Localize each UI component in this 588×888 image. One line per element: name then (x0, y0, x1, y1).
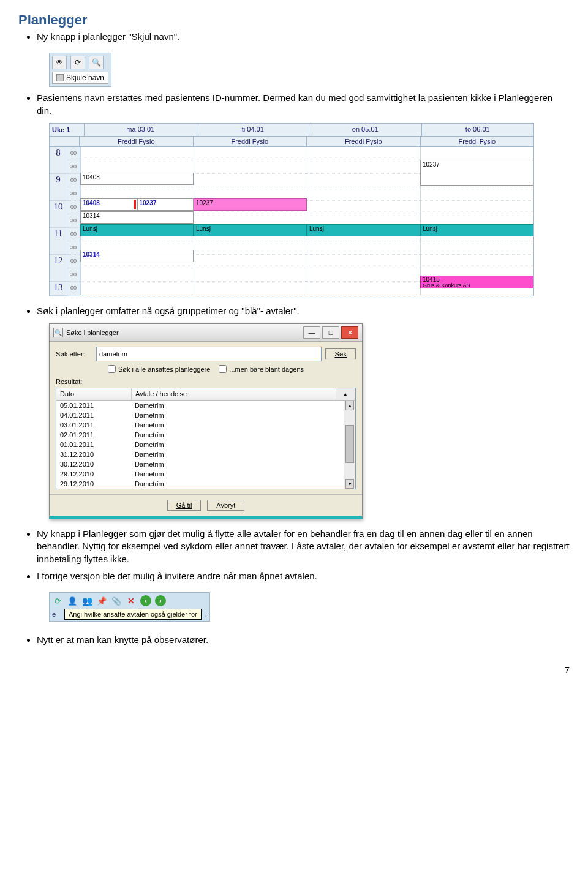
appt-10408-mon-10[interactable]: 10408 (80, 198, 137, 211)
chk-only-today[interactable]: ...men bare blant dagens (219, 365, 304, 373)
hour-8: 8 (50, 147, 67, 174)
cell-avtale: Dametrim (131, 440, 344, 450)
nav-forward-icon[interactable]: › (155, 595, 166, 606)
minimize-button[interactable]: — (303, 326, 320, 339)
cell-dato: 04.01.2011 (56, 410, 131, 420)
col-header-dato[interactable]: Dato (56, 388, 132, 400)
appt-10408-mon-9[interactable]: 10408 (80, 173, 194, 185)
day-col-2: on 05.01 (309, 124, 421, 136)
table-row[interactable]: 29.12.2010Dametrim (56, 479, 344, 489)
mini-toolbar: 👁 ⟳ 🔍 Skjule navn (49, 53, 111, 87)
cancel-button[interactable]: Avbryt (207, 500, 244, 511)
chk-all-employees[interactable]: Søk i alle ansattes planleggere (108, 365, 210, 373)
appt-lunch-1[interactable]: Lunsj (194, 224, 307, 236)
scroll-thumb[interactable] (345, 425, 354, 463)
min: 30 (67, 160, 80, 174)
table-row[interactable]: 01.01.2011Dametrim (56, 440, 344, 450)
goto-button[interactable]: Gå til (167, 500, 202, 511)
hour-11: 11 (50, 228, 67, 255)
min: 30 (67, 187, 80, 201)
result-table: Dato Avtale / hendelse ▴ 05.01.2011Damet… (56, 388, 356, 489)
cell-dato: 31.12.2010 (56, 450, 131, 459)
min: 00 (67, 201, 80, 214)
user-icon[interactable]: 👤 (67, 595, 78, 606)
cell-dato: 30.12.2010 (56, 459, 131, 469)
zoom-icon[interactable]: 🔍 (89, 56, 104, 69)
square-icon (56, 74, 64, 81)
table-row[interactable]: 31.12.2010Dametrim (56, 450, 344, 459)
appt-lunch-2[interactable]: Lunsj (307, 224, 420, 236)
cell-dato: 05.01.2011 (56, 401, 131, 410)
col-header-avtale[interactable]: Avtale / hendelse (132, 388, 336, 400)
scroll-up-icon[interactable]: ▴ (336, 388, 355, 400)
table-row[interactable]: 03.01.2011Dametrim (56, 420, 344, 430)
scrollbar[interactable]: ▴ ▾ (344, 401, 355, 489)
hour-9: 9 (50, 174, 67, 201)
appt-10237-mon-10[interactable]: 10237 (137, 198, 194, 211)
nav-back-icon[interactable]: ‹ (140, 595, 151, 606)
page-number: 7 (18, 664, 570, 675)
clip-icon[interactable]: 📎 (111, 595, 122, 606)
appt-10237-tue[interactable]: 10237 (194, 198, 307, 211)
week-label: Uke 1 (50, 124, 84, 136)
therapist-0: Freddi Fysio (79, 137, 193, 146)
e-label: e (52, 611, 61, 618)
search-input[interactable] (96, 347, 322, 361)
appt-label-sub: Grus & Konkurs AS (423, 282, 470, 288)
hide-name-label: Skjule navn (66, 73, 104, 82)
refresh-icon[interactable]: ⟳ (70, 56, 85, 69)
appt-label: 10408 (83, 200, 100, 206)
table-row[interactable]: 04.01.2011Dametrim (56, 410, 344, 420)
scroll-up[interactable]: ▴ (345, 401, 354, 410)
bullet-5: I forrige versjon ble det mulig å invite… (37, 570, 570, 582)
appt-10415[interactable]: 10415 Grus & Konkurs AS (420, 276, 533, 288)
appt-label: 10314 (83, 251, 100, 258)
cell-avtale: Dametrim (131, 469, 344, 479)
period: . (205, 611, 207, 618)
cell-avtale: Dametrim (131, 410, 344, 420)
hour-12: 12 (50, 255, 67, 282)
bullet-1: Ny knapp i planlegger "Skjul navn". (37, 31, 570, 43)
appt-10237-thu[interactable]: 10237 (420, 160, 533, 186)
delete-icon[interactable]: ✕ (126, 595, 137, 606)
maximize-button[interactable]: □ (322, 326, 339, 339)
result-label: Resultat: (56, 378, 356, 385)
refresh-icon[interactable]: ⟳ (52, 595, 63, 606)
min: 30 (67, 268, 80, 282)
cell-dato: 29.12.2010 (56, 479, 131, 489)
chk-only-today-box[interactable] (219, 365, 227, 373)
cell-dato: 01.01.2011 (56, 440, 131, 450)
appt-lunch-3[interactable]: Lunsj (420, 224, 533, 236)
table-row[interactable]: 29.12.2010Dametrim (56, 469, 344, 479)
eye-icon[interactable]: 👁 (52, 56, 67, 69)
cell-avtale: Dametrim (131, 401, 344, 410)
cell-avtale: Dametrim (131, 420, 344, 430)
cell-avtale: Dametrim (131, 450, 344, 459)
appt-10314-mon-12[interactable]: 10314 (80, 250, 194, 262)
appointment-toolbar: ⟳ 👤 👥 📌 📎 ✕ ‹ › e Angi hvilke ansatte av… (49, 592, 210, 622)
hour-10: 10 (50, 201, 67, 228)
day-col-3: to 06.01 (421, 124, 534, 136)
pin-icon[interactable]: 📌 (96, 595, 107, 606)
add-user-icon[interactable]: 👥 (81, 595, 92, 606)
table-row[interactable]: 05.01.2011Dametrim (56, 401, 344, 410)
hide-name-button[interactable]: Skjule navn (52, 72, 108, 84)
bullet-4: Ny knapp i Planlegger som gjør det mulig… (37, 528, 570, 565)
search-icon: 🔍 (53, 328, 63, 337)
search-button[interactable]: Søk (325, 348, 356, 359)
chk-all-employees-box[interactable] (108, 365, 116, 373)
bullet-3: Søk i planlegger omfatter nå også gruppe… (37, 305, 570, 317)
appt-lunch-0[interactable]: Lunsj (80, 224, 194, 236)
min: 30 (67, 241, 80, 255)
day-col-1: ti 04.01 (197, 124, 309, 136)
table-row[interactable]: 30.12.2010Dametrim (56, 459, 344, 469)
scroll-down[interactable]: ▾ (345, 479, 354, 489)
table-row[interactable]: 02.01.2011Dametrim (56, 430, 344, 440)
cell-dato: 03.01.2011 (56, 420, 131, 430)
cell-dato: 02.01.2011 (56, 430, 131, 440)
appt-10314-mon-1030[interactable]: 10314 (80, 211, 194, 224)
min: 00 (67, 255, 80, 268)
therapist-1: Freddi Fysio (193, 137, 307, 146)
close-button[interactable]: ✕ (341, 326, 358, 339)
therapist-2: Freddi Fysio (306, 137, 420, 146)
